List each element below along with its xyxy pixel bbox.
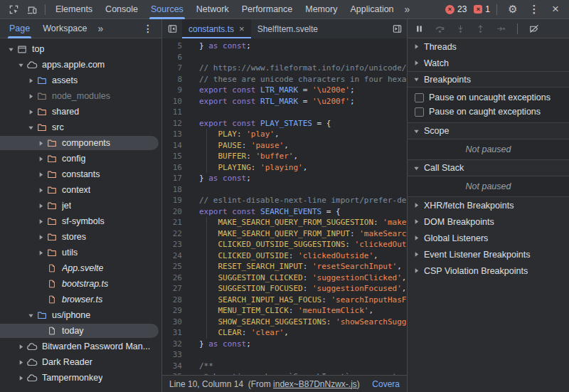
inspect-element-icon[interactable]: [4, 0, 23, 18]
tree-item-config[interactable]: config: [0, 151, 161, 166]
tree-item-apps-apple-com[interactable]: apps.apple.com: [0, 57, 161, 73]
section-dom-breakpoints[interactable]: DOM Breakpoints: [408, 213, 569, 230]
tab-network[interactable]: Network: [190, 0, 235, 19]
chevron-right-icon[interactable]: [26, 93, 36, 100]
tree-item-components[interactable]: components: [0, 135, 161, 151]
coverage-link[interactable]: Covera: [363, 379, 400, 389]
tree-item-src[interactable]: src: [0, 120, 161, 135]
hide-navigator-icon[interactable]: [162, 19, 182, 38]
error-count[interactable]: 23: [457, 4, 467, 14]
chevron-right-icon[interactable]: [36, 250, 46, 256]
line-number[interactable]: 34: [162, 361, 182, 372]
line-number[interactable]: 16: [162, 162, 182, 174]
chevron-right-icon[interactable]: [36, 171, 46, 178]
line-number[interactable]: 10: [162, 96, 182, 107]
issues-badge-icon[interactable]: ×: [474, 5, 482, 14]
tree-item-browser-ts[interactable]: browser.ts: [0, 292, 161, 307]
navigator-tab-page[interactable]: Page: [3, 19, 36, 38]
line-number[interactable]: 30: [162, 317, 182, 328]
line-number[interactable]: 18: [162, 184, 182, 196]
line-number-gutter[interactable]: 5678910111213141516171819202122232425262…: [162, 38, 186, 375]
chevron-down-icon[interactable]: [16, 62, 26, 68]
chevron-right-icon[interactable]: [36, 218, 46, 225]
line-number[interactable]: 13: [162, 129, 182, 140]
tab-sources[interactable]: Sources: [144, 0, 190, 19]
tree-item-jet[interactable]: jet: [0, 198, 161, 213]
line-number[interactable]: 25: [162, 261, 182, 272]
chevron-right-icon[interactable]: [16, 359, 26, 366]
chevron-down-icon[interactable]: [6, 46, 16, 53]
kebab-menu-icon[interactable]: ⋮: [525, 0, 543, 18]
chevron-down-icon[interactable]: [26, 312, 36, 319]
editor-tab-shelfitem-svelte[interactable]: ShelfItem.svelte: [251, 19, 324, 38]
line-number[interactable]: 5: [162, 41, 182, 52]
checkbox-row-pause-on-uncaught-exceptions[interactable]: Pause on uncaught exceptions: [408, 90, 569, 105]
chevron-right-icon[interactable]: [26, 78, 36, 84]
line-number[interactable]: 19: [162, 195, 182, 206]
section-threads[interactable]: Threads: [408, 38, 569, 55]
chevron-right-icon[interactable]: [36, 203, 46, 209]
tree-item-tampermonkey[interactable]: Tampermonkey: [0, 370, 161, 386]
line-number[interactable]: 15: [162, 151, 182, 162]
line-number[interactable]: 7: [162, 63, 182, 74]
chevron-right-icon[interactable]: [16, 344, 26, 350]
tree-item-sf-symbols[interactable]: sf-symbols: [0, 213, 161, 229]
section-global-listeners[interactable]: Global Listeners: [408, 230, 569, 246]
line-number[interactable]: 29: [162, 305, 182, 317]
navigator-kebab-icon[interactable]: ⋮: [137, 23, 159, 34]
tree-item-dark-reader[interactable]: Dark Reader: [0, 354, 161, 370]
show-debugger-sidebar-icon[interactable]: [387, 19, 407, 38]
section-call-stack[interactable]: Call Stack: [408, 160, 569, 176]
line-number[interactable]: 31: [162, 327, 182, 339]
line-number[interactable]: 22: [162, 228, 182, 240]
tree-item-bootstrap-ts[interactable]: bootstrap.ts: [0, 276, 161, 292]
tree-item-constants[interactable]: constants: [0, 166, 161, 182]
checkbox-unchecked[interactable]: [415, 107, 424, 117]
tree-item-us-iphone[interactable]: us/iphone: [0, 307, 161, 323]
line-number[interactable]: 33: [162, 349, 182, 361]
line-number[interactable]: 21: [162, 217, 182, 228]
chevron-right-icon[interactable]: [26, 109, 36, 115]
section-xhr-fetch-breakpoints[interactable]: XHR/fetch Breakpoints: [408, 197, 569, 213]
chevron-right-icon[interactable]: [36, 140, 46, 147]
source-map-file-link[interactable]: index~B87DnNzwx-.js: [273, 379, 357, 389]
close-tab-icon[interactable]: ×: [239, 24, 245, 33]
line-number[interactable]: 32: [162, 339, 182, 350]
tree-item-bitwarden-password-man[interactable]: Bitwarden Password Man...: [0, 339, 161, 354]
section-watch[interactable]: Watch: [408, 55, 569, 71]
tree-item-stores[interactable]: stores: [0, 229, 161, 245]
more-panels-icon[interactable]: »: [400, 4, 415, 15]
tab-application[interactable]: Application: [344, 0, 400, 19]
checkbox-row-pause-on-caught-exceptions[interactable]: Pause on caught exceptions: [408, 105, 569, 119]
line-number[interactable]: 26: [162, 272, 182, 284]
close-devtools-icon[interactable]: ×: [546, 0, 565, 18]
chevron-right-icon[interactable]: [36, 234, 46, 240]
tree-item-today[interactable]: today: [0, 323, 161, 339]
more-navigator-tabs-icon[interactable]: »: [94, 23, 108, 34]
line-number[interactable]: 27: [162, 283, 182, 295]
issues-count[interactable]: 1: [485, 4, 490, 14]
section-csp-violation-breakpoints[interactable]: CSP Violation Breakpoints: [408, 263, 569, 279]
checkbox-unchecked[interactable]: [415, 93, 424, 102]
tree-item-node-modules[interactable]: node_modules: [0, 88, 161, 104]
tree-item-top[interactable]: top: [0, 41, 161, 57]
section-scope[interactable]: Scope: [408, 123, 569, 139]
tab-console[interactable]: Console: [99, 0, 144, 19]
source-code[interactable]: } as const; // https://www.fileformat.in…: [186, 38, 407, 375]
navigator-tab-workspace[interactable]: Workspace: [36, 19, 93, 38]
line-number[interactable]: 8: [162, 74, 182, 85]
line-number[interactable]: 28: [162, 295, 182, 306]
editor-tab-constants-ts[interactable]: constants.ts×: [182, 19, 251, 38]
tab-performance[interactable]: Performance: [235, 0, 299, 19]
section-breakpoints[interactable]: Breakpoints: [408, 71, 569, 88]
tree-item-context[interactable]: context: [0, 182, 161, 198]
line-number[interactable]: 11: [162, 107, 182, 118]
line-number[interactable]: 12: [162, 118, 182, 129]
tree-item-assets[interactable]: assets: [0, 73, 161, 88]
tree-item-app-svelte[interactable]: App.svelte: [0, 260, 161, 276]
tree-item-utils[interactable]: utils: [0, 245, 161, 260]
chevron-right-icon[interactable]: [36, 187, 46, 194]
chevron-down-icon[interactable]: [26, 125, 36, 131]
line-number[interactable]: 35: [162, 371, 182, 375]
chevron-right-icon[interactable]: [16, 375, 26, 381]
